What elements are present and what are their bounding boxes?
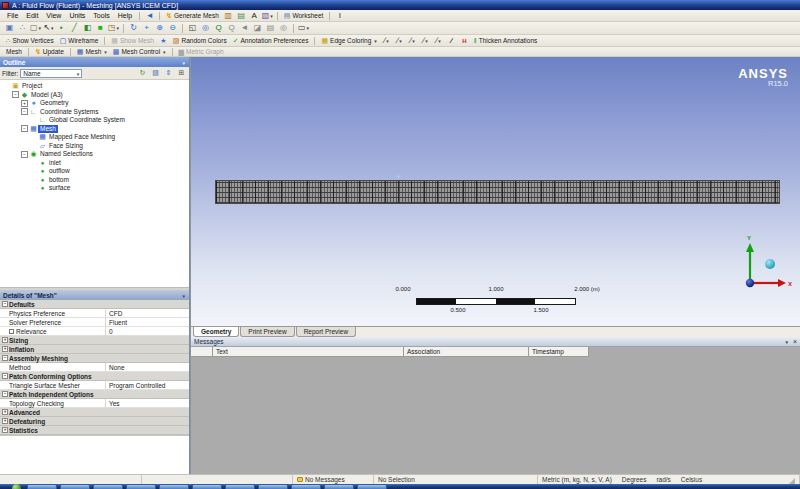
tree-item-bottom[interactable]: bottom xyxy=(0,176,189,185)
pin-icon[interactable] xyxy=(182,59,186,66)
zoom-in-icon[interactable]: ⊕ xyxy=(153,22,166,34)
tags-icon[interactable]: ▤ xyxy=(264,22,277,34)
tree-item-surface[interactable]: surface xyxy=(0,184,189,193)
section-expander[interactable]: + xyxy=(2,427,8,433)
menu-item[interactable]: View xyxy=(42,12,65,19)
tree-expander[interactable]: − xyxy=(12,91,19,98)
checkbox[interactable] xyxy=(9,329,14,334)
ibeam-cursor-icon[interactable]: I xyxy=(333,10,346,22)
tree-expander[interactable]: − xyxy=(21,125,28,132)
show-all-icon[interactable]: ⊞ xyxy=(176,69,187,77)
tree-item-mapped-face-meshing[interactable]: Mapped Face Meshing xyxy=(0,133,189,142)
look-at-icon[interactable]: ◎ xyxy=(277,22,290,34)
generate-mesh-button[interactable]: Generate Mesh xyxy=(163,12,222,19)
pin-icon[interactable] xyxy=(784,338,788,345)
random-colors-button[interactable]: Random Colors xyxy=(170,37,230,44)
tree-expander[interactable]: + xyxy=(21,100,28,107)
section-expander[interactable]: − xyxy=(2,355,8,361)
body-filter-icon[interactable]: ■ xyxy=(94,22,107,34)
expand-collapse-icon[interactable]: ⇕ xyxy=(163,69,174,77)
mesh-menu-dropdown[interactable]: Mesh xyxy=(74,48,110,55)
menu-item[interactable]: Help xyxy=(114,12,136,19)
edge-coloring-dropdown[interactable]: Edge Coloring xyxy=(318,37,379,44)
tree-item-coordinate-systems[interactable]: − Coordinate Systems xyxy=(0,108,189,117)
section-expander[interactable]: + xyxy=(2,418,8,424)
image-capture-dropdown[interactable]: ▧ xyxy=(261,10,274,22)
menu-item[interactable]: Edit xyxy=(22,12,42,19)
rotate-icon[interactable]: ↻ xyxy=(127,22,140,34)
messages-col-timestamp[interactable]: Timestamp xyxy=(529,347,589,357)
label-icon[interactable]: A xyxy=(248,10,261,22)
taskbar-window-button[interactable] xyxy=(27,484,57,489)
tree-expander[interactable]: − xyxy=(21,151,28,158)
title-bar[interactable]: A : Fluid Flow (Fluent) - Meshing [ANSYS… xyxy=(0,0,800,10)
extend-selection-dropdown[interactable]: ◳ xyxy=(107,22,120,34)
section-expander[interactable]: − xyxy=(2,373,8,379)
taskbar-window-button[interactable] xyxy=(126,484,156,489)
zoom-box-icon[interactable]: ◱ xyxy=(186,22,199,34)
viewports-dropdown[interactable]: ▭ xyxy=(297,22,310,34)
pick-coordinates-icon[interactable]: ∴ xyxy=(16,22,29,34)
messages-col-association[interactable]: Association xyxy=(404,347,529,357)
start-button[interactable] xyxy=(12,484,21,489)
details-value[interactable]: Fluent xyxy=(105,318,189,327)
taskbar-window-button[interactable] xyxy=(258,484,288,489)
select-shape-dropdown[interactable]: ▢ xyxy=(29,22,42,34)
pick-label-icon[interactable]: ▣ xyxy=(3,22,16,34)
tree-item-named-selections[interactable]: − Named Selections xyxy=(0,150,189,159)
face-filter-icon[interactable]: ◧ xyxy=(81,22,94,34)
mesh-button[interactable]: Mesh xyxy=(3,48,25,55)
edge-direction-dropdown[interactable]: ∕ xyxy=(380,35,393,47)
new-report-icon[interactable]: ▤ xyxy=(235,10,248,22)
tree-item-global-coordinate-system[interactable]: Global Coordinate System xyxy=(0,116,189,125)
magnifier-icon[interactable]: Q xyxy=(212,22,225,34)
taskbar-window-button[interactable] xyxy=(324,484,354,489)
fit-view-icon[interactable]: ◎ xyxy=(199,22,212,34)
select-mode-dropdown[interactable]: ↖ xyxy=(42,22,55,34)
wireframe-button[interactable]: Wireframe xyxy=(57,37,102,44)
taskbar-window-button[interactable] xyxy=(60,484,90,489)
iso-view-icon[interactable]: ◪ xyxy=(251,22,264,34)
pin-icon[interactable] xyxy=(182,292,186,299)
tree-item-face-sizing[interactable]: Face Sizing xyxy=(0,142,189,151)
taskbar-window-button[interactable] xyxy=(357,484,387,489)
worksheet-button[interactable]: Worksheet xyxy=(281,12,327,19)
menu-item[interactable]: Tools xyxy=(89,12,113,19)
mesh-control-dropdown[interactable]: Mesh Control xyxy=(110,48,169,55)
taskbar-window-button[interactable] xyxy=(291,484,321,489)
tree-item-outflow[interactable]: outflow xyxy=(0,167,189,176)
h-marker-icon[interactable] xyxy=(458,35,471,47)
previous-view-icon[interactable]: ◄ xyxy=(238,22,251,34)
section-expander[interactable]: + xyxy=(2,346,8,352)
messages-col-text[interactable]: Text xyxy=(213,347,404,357)
magnifier-window-icon[interactable]: Q xyxy=(225,22,238,34)
update-button[interactable]: Update xyxy=(32,48,67,55)
taskbar-window-button[interactable] xyxy=(192,484,222,489)
tree-item-geometry[interactable]: + Geometry xyxy=(0,99,189,108)
tree-item-inlet[interactable]: inlet xyxy=(0,159,189,168)
tab-print-preview[interactable]: Print Preview xyxy=(240,327,294,337)
tree-expander[interactable]: − xyxy=(21,108,28,115)
thicken-annotations-button[interactable]: Thicken Annotations xyxy=(471,37,540,44)
vertex-filter-icon[interactable]: ▪ xyxy=(55,22,68,34)
tree-item-model[interactable]: − Model (A3) xyxy=(0,91,189,100)
details-value[interactable]: Yes xyxy=(105,399,189,408)
details-value[interactable]: CFD xyxy=(105,309,189,318)
taskbar-window-button[interactable] xyxy=(93,484,123,489)
section-expander[interactable]: − xyxy=(2,301,8,307)
details-value[interactable]: 0 xyxy=(105,327,189,336)
edge-direction-dropdown[interactable]: ∕ xyxy=(432,35,445,47)
section-expander[interactable]: + xyxy=(2,409,8,415)
details-section-statistics[interactable]: + Statistics xyxy=(0,426,189,435)
tree-item-mesh[interactable]: − Mesh xyxy=(0,125,189,134)
menu-item[interactable]: Units xyxy=(65,12,89,19)
section-expander[interactable]: + xyxy=(2,337,8,343)
menu-item[interactable]: File xyxy=(3,12,22,19)
zoom-out-icon[interactable]: ⊖ xyxy=(166,22,179,34)
taskbar-window-button[interactable] xyxy=(159,484,189,489)
probe-annotation-icon[interactable] xyxy=(157,35,170,47)
refresh-icon[interactable]: ↻ xyxy=(137,69,148,77)
edge-direction-dropdown[interactable]: ∕ xyxy=(419,35,432,47)
taskbar-window-button[interactable] xyxy=(225,484,255,489)
tree-item-project[interactable]: Project xyxy=(0,82,189,91)
